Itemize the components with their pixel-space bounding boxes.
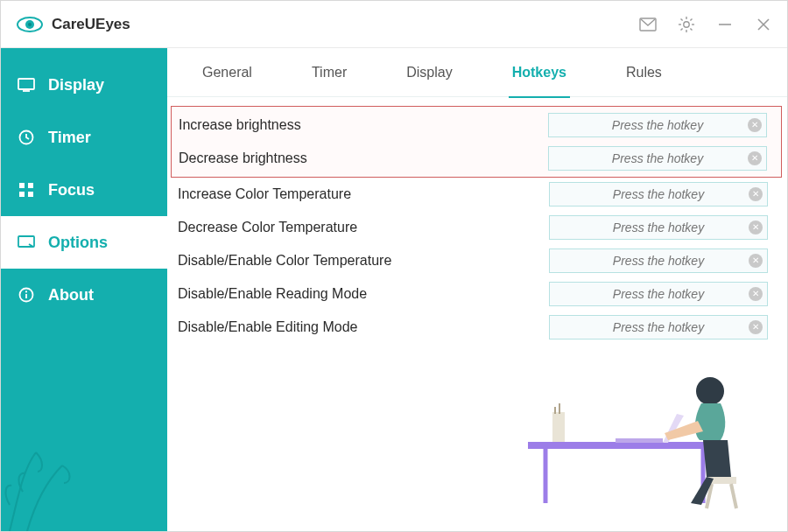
svg-rect-21 [19, 192, 25, 197]
hotkey-input[interactable] [548, 146, 767, 171]
hotkey-row: Increase brightness ✕ [172, 108, 781, 142]
svg-rect-22 [28, 192, 33, 197]
tab-display[interactable]: Display [406, 48, 452, 97]
svg-line-12 [681, 28, 683, 30]
svg-line-10 [690, 28, 692, 30]
hotkey-row: Decrease Color Temperature ✕ [167, 211, 787, 244]
svg-rect-27 [528, 442, 721, 449]
sidebar-item-focus[interactable]: Focus [1, 164, 167, 216]
hotkey-input[interactable] [549, 248, 768, 273]
hotkey-group: Increase Color Temperature ✕ Decrease Co… [167, 178, 787, 344]
tab-hotkeys[interactable]: Hotkeys [512, 48, 566, 97]
titlebar: CareUEyes [1, 1, 787, 48]
tab-timer[interactable]: Timer [312, 48, 347, 97]
svg-line-9 [681, 18, 683, 20]
hotkey-label: Disable/Enable Color Temperature [178, 253, 549, 269]
svg-rect-33 [616, 438, 663, 443]
svg-line-36 [707, 484, 712, 508]
grid-icon [17, 182, 36, 198]
svg-rect-32 [559, 403, 560, 414]
clear-icon[interactable]: ✕ [749, 220, 763, 234]
svg-rect-19 [19, 183, 25, 188]
svg-rect-30 [552, 412, 565, 442]
sidebar: Display Timer Focus Options [1, 48, 167, 531]
tab-general[interactable]: General [202, 48, 252, 97]
hotkey-row: Disable/Enable Editing Mode ✕ [167, 311, 787, 344]
main-panel: General Timer Display Hotkeys Rules Incr… [167, 48, 787, 531]
info-icon [17, 287, 36, 303]
hotkey-input[interactable] [549, 315, 768, 340]
svg-point-4 [684, 21, 689, 26]
svg-line-37 [731, 484, 736, 508]
app-name: CareUEyes [52, 16, 130, 33]
options-icon [17, 235, 36, 249]
clear-icon[interactable]: ✕ [749, 287, 763, 301]
sidebar-item-label: About [48, 286, 94, 304]
svg-point-34 [696, 377, 724, 405]
sidebar-item-label: Timer [48, 129, 91, 147]
svg-rect-35 [707, 477, 736, 484]
hotkey-label: Increase brightness [179, 117, 548, 133]
hotkey-input[interactable] [549, 182, 768, 206]
hotkey-list: Increase brightness ✕ Decrease brightnes… [167, 97, 787, 344]
hotkey-input[interactable] [549, 215, 768, 240]
sidebar-item-label: Focus [48, 181, 95, 200]
hotkey-input[interactable] [548, 113, 767, 137]
title-controls [637, 13, 775, 36]
hotkey-row: Decrease brightness ✕ [172, 142, 781, 175]
clear-icon[interactable]: ✕ [748, 118, 762, 132]
hotkey-label: Disable/Enable Editing Mode [178, 319, 549, 335]
eye-icon [17, 15, 43, 34]
svg-rect-31 [554, 407, 556, 414]
clear-icon[interactable]: ✕ [749, 320, 763, 334]
sidebar-item-display[interactable]: Display [1, 59, 167, 111]
clear-icon[interactable]: ✕ [749, 254, 763, 268]
clock-icon [17, 130, 36, 145]
svg-line-11 [690, 18, 692, 20]
hotkey-row: Increase Color Temperature ✕ [167, 178, 787, 211]
sidebar-item-options[interactable]: Options [1, 216, 167, 269]
app-logo: CareUEyes [17, 15, 130, 34]
sidebar-item-label: Display [48, 76, 104, 94]
hotkey-label: Disable/Enable Reading Mode [178, 286, 549, 302]
svg-point-25 [25, 290, 27, 292]
svg-point-2 [28, 23, 32, 26]
person-illustration-icon [510, 346, 773, 521]
clear-icon[interactable]: ✕ [748, 151, 762, 165]
hotkey-label: Decrease brightness [179, 150, 548, 166]
app-window: CareUEyes Display [0, 0, 788, 532]
sidebar-item-label: Options [48, 234, 108, 252]
hotkey-row: Disable/Enable Color Temperature ✕ [167, 244, 787, 277]
hotkey-highlight-group: Increase brightness ✕ Decrease brightnes… [171, 106, 782, 178]
hotkey-label: Increase Color Temperature [178, 186, 549, 202]
hotkey-label: Decrease Color Temperature [178, 220, 549, 235]
clear-icon[interactable]: ✕ [749, 187, 763, 201]
svg-rect-16 [18, 79, 34, 89]
hotkey-input[interactable] [549, 282, 768, 306]
close-button[interactable] [752, 13, 775, 36]
sidebar-item-timer[interactable]: Timer [1, 111, 167, 164]
tab-rules[interactable]: Rules [626, 48, 662, 97]
plant-decoration-icon [1, 417, 167, 531]
gear-icon[interactable] [675, 13, 698, 36]
sidebar-item-about[interactable]: About [1, 269, 167, 321]
svg-rect-20 [28, 183, 33, 188]
tabs: General Timer Display Hotkeys Rules [167, 48, 787, 97]
feedback-icon[interactable] [637, 13, 659, 36]
minimize-button[interactable] [714, 13, 736, 36]
hotkey-row: Disable/Enable Reading Mode ✕ [167, 277, 787, 311]
monitor-icon [17, 78, 36, 92]
